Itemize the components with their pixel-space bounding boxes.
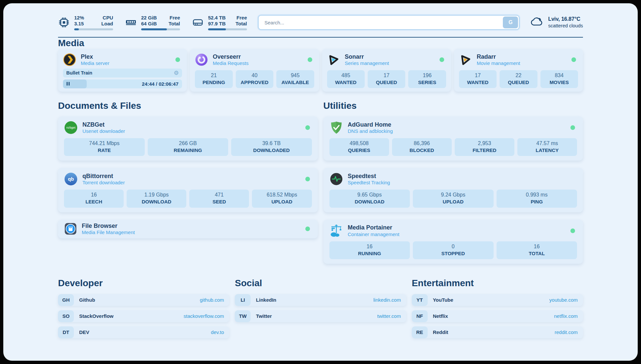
nzbget-card[interactable]: nzbget NZBGet Usenet downloader 744.21 M…: [58, 116, 318, 161]
bookmark-twitter[interactable]: TW Twitter twitter.com: [235, 310, 406, 322]
ram-total-value: 64 GiB: [141, 21, 157, 27]
status-online-dot: [308, 57, 312, 62]
app-title: Overseerr: [213, 53, 303, 61]
bookmark-abbr: RE: [412, 326, 428, 338]
weather-condition: scattered clouds: [548, 23, 583, 29]
search-engine-button[interactable]: G: [503, 16, 518, 28]
weather-widget: Lviv, 16.87°C scattered clouds: [531, 15, 583, 30]
bookmark-url: github.com: [200, 297, 224, 303]
bookmark-url: dev.to: [211, 329, 224, 335]
bookmark-abbr: TW: [235, 310, 251, 322]
cpu-progress-fill: [74, 28, 79, 30]
stat-tile: 744.21 Mbps RATE: [64, 138, 145, 156]
status-online-dot: [570, 228, 575, 233]
status-online-dot: [305, 125, 310, 130]
overseerr-icon: [195, 53, 208, 66]
plex-card[interactable]: Plex Media server Bullet Train ⚙ 24:44 /…: [58, 49, 187, 92]
bookmark-reddit[interactable]: RE Reddit reddit.com: [412, 326, 583, 338]
stat-tile: 0.993 ms PING: [497, 190, 577, 207]
stat-tile: 0 STOPPED: [413, 241, 494, 259]
bookmark-name: LinkedIn: [256, 297, 373, 303]
stat-tile: 86,396 BLOCKED: [392, 138, 452, 156]
status-online-dot: [305, 227, 310, 231]
cloud-icon: [531, 15, 544, 30]
stat-tile: 21 PENDING: [195, 70, 232, 88]
disk-icon: [192, 16, 204, 28]
filebrowser-card[interactable]: File Browser Media File Management: [58, 220, 318, 238]
stat-tile: 22 QUEUED: [500, 70, 537, 88]
disk-progress-fill: [208, 28, 226, 30]
status-online-dot: [175, 57, 180, 62]
system-stats: 12%CPU 3.15Load 22: [58, 15, 247, 30]
stat-tile: 471 SEED: [189, 190, 249, 207]
bookmark-name: Netflix: [433, 313, 554, 319]
weather-location-temp: Lviv, 16.87°C: [548, 16, 583, 23]
app-subtitle: Media File Management: [82, 229, 301, 236]
app-subtitle: Series management: [345, 60, 435, 67]
bookmark-name: Reddit: [433, 329, 555, 335]
qbittorrent-card[interactable]: qb qBittorrent Torrent downloader 16 LEE…: [58, 168, 318, 212]
search-input[interactable]: [259, 20, 503, 25]
stat-tile: 485 WANTED: [327, 70, 365, 88]
radarr-icon: [459, 53, 472, 66]
bookmark-name: Twitter: [256, 313, 377, 319]
disk-progress-bar: [208, 28, 247, 30]
sonarr-icon: [327, 53, 340, 66]
bookmark-name: Github: [79, 297, 200, 303]
dashboard-page: 12%CPU 3.15Load 22: [3, 3, 638, 361]
stat-tile: 39.6 TB DOWNLOADED: [231, 138, 312, 156]
bookmark-dev[interactable]: DT DEV dev.to: [58, 326, 229, 338]
app-title: NZBGet: [82, 121, 301, 129]
disk-stat: 52.4 TBFree 97.9 TBTotal: [192, 15, 247, 30]
stat-tile: 266 GB REMAINING: [148, 138, 229, 156]
disk-total-value: 97.9 TB: [208, 21, 226, 27]
app-title: AdGuard Home: [348, 121, 566, 129]
adguard-icon: [329, 121, 343, 135]
bookmark-name: StackOverflow: [79, 313, 184, 319]
disk-free-value: 52.4 TB: [208, 15, 226, 21]
bookmark-abbr: SO: [58, 310, 74, 322]
bookmark-github[interactable]: GH Github github.com: [58, 294, 229, 306]
entertainment-column: Entertainment YT YouTube youtube.com NF …: [412, 278, 583, 343]
speedtest-icon: [329, 172, 343, 186]
status-online-dot: [570, 125, 575, 130]
stat-tile: 40 APPROVED: [236, 70, 273, 88]
radarr-card[interactable]: Radarr Movie management 17 WANTED 22 QUE…: [454, 49, 583, 92]
svg-text:nzbget: nzbget: [66, 126, 76, 129]
ram-progress-bar: [141, 28, 180, 30]
app-title: Radarr: [477, 53, 567, 61]
stat-tile: 1.19 Gbps DOWNLOAD: [127, 190, 186, 207]
stat-tile: 9.24 Gbps UPLOAD: [413, 190, 494, 207]
bookmark-abbr: LI: [235, 294, 251, 306]
bookmark-name: YouTube: [433, 297, 549, 303]
playback-progress-bar[interactable]: 24:44 / 02:06:47: [63, 79, 182, 88]
bookmark-url: reddit.com: [555, 329, 578, 335]
documents-section-heading: Documents & Files: [58, 100, 318, 111]
ram-progress-fill: [141, 28, 167, 30]
sonarr-card[interactable]: Sonarr Series management 485 WANTED 17 Q…: [322, 49, 451, 92]
stat-tile: 16 RUNNING: [329, 241, 410, 259]
ram-stat: 22 GiBFree 64 GiBTotal: [125, 15, 180, 30]
adguard-card[interactable]: AdGuard Home DNS and adblocking 498,508 …: [323, 116, 583, 161]
bookmark-stackoverflow[interactable]: SO StackOverflow stackoverflow.com: [58, 310, 229, 322]
pause-icon[interactable]: [67, 82, 70, 86]
cpu-progress-bar: [74, 28, 113, 30]
bookmark-url: linkedin.com: [373, 297, 401, 303]
stat-tile: 16 LEECH: [64, 190, 124, 207]
overseerr-card[interactable]: Overseerr Media Requests 21 PENDING 40 A…: [190, 49, 319, 92]
app-title: File Browser: [82, 222, 301, 230]
developer-section-heading: Developer: [58, 278, 229, 289]
playback-time: 24:44 / 02:06:47: [142, 81, 178, 87]
gear-icon[interactable]: ⚙: [174, 70, 179, 76]
bookmark-linkedin[interactable]: LI LinkedIn linkedin.com: [235, 294, 406, 306]
speedtest-card[interactable]: Speedtest Speedtest Tracking 9.65 Gbps D…: [323, 168, 583, 212]
stat-tile: 834 MOVIES: [540, 70, 578, 88]
cpu-stat: 12%CPU 3.15Load: [58, 15, 113, 30]
ram-free-value: 22 GiB: [141, 15, 157, 21]
status-online-dot: [440, 57, 444, 62]
cpu-usage-value: 12%: [74, 15, 84, 21]
media-section-heading: Media: [58, 38, 583, 49]
bookmark-netflix[interactable]: NF Netflix netflix.com: [412, 310, 583, 322]
bookmark-youtube[interactable]: YT YouTube youtube.com: [412, 294, 583, 306]
portainer-card[interactable]: Media Portainer Container management 16 …: [323, 220, 583, 264]
